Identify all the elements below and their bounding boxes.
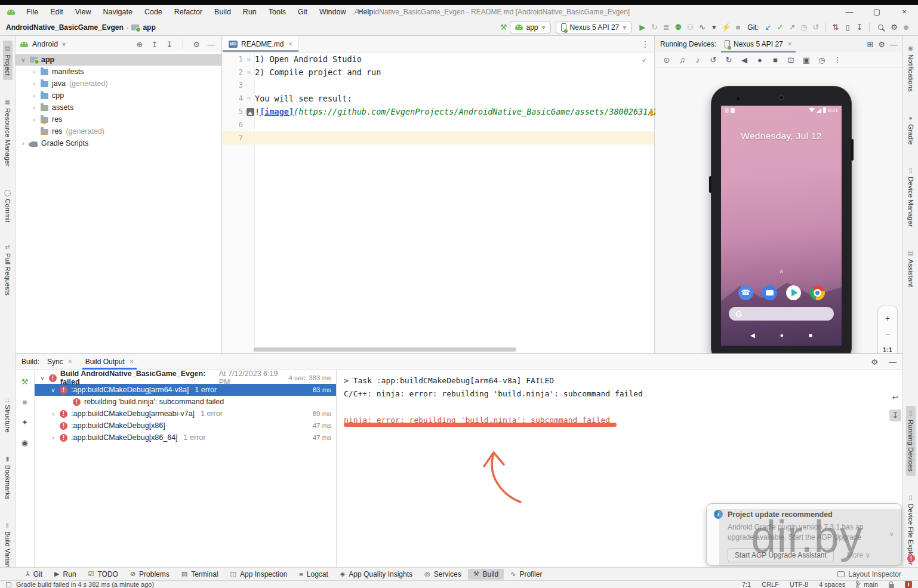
build-row-armeabi[interactable]: › ! :app:buildCMakeDebug[armeabi-v7a] 1 … [35,408,336,420]
close-tab-icon[interactable]: × [788,40,792,48]
menu-item[interactable]: Git [292,7,313,17]
git-push-icon[interactable]: ↗ [786,21,798,33]
power-icon[interactable]: ⊙ [660,56,673,64]
toolwindow-git[interactable]: ⅄ Git [20,569,48,580]
profile-low-overhead-icon[interactable]: ⚡ [720,21,732,33]
toolwindow-problems[interactable]: ⊘ Problems [125,569,175,580]
editor-body[interactable]: 1 ⊟ 1) Open Android Studio 2 ⊟ 2) Compil… [223,53,654,353]
play-store-app-icon[interactable] [786,285,801,300]
sidebar-item-gradle[interactable]: ● Gradle [906,110,916,149]
chevron-right-icon[interactable]: › [20,140,26,147]
error-notification-icon[interactable]: ! [907,555,915,562]
menu-item[interactable]: Build [209,7,236,17]
chevron-right-icon[interactable]: › [31,93,37,99]
pin-icon[interactable]: ✦ [19,417,31,429]
git-update-icon[interactable]: ↙ [762,21,774,33]
build-row-ninja-error[interactable]: ! rebuilding 'build.ninja': subcommand f… [35,396,336,408]
notification-more-link[interactable]: More ∨ [847,551,870,559]
build-hammer-icon[interactable]: ⚒ [498,21,510,33]
start-agp-upgrade-button[interactable]: Start AGP Upgrade Assistant [728,548,834,562]
minimize-window-button[interactable]: — [836,5,863,19]
stop-build-icon[interactable]: ■ [19,396,31,408]
tree-row-res-generated[interactable]: res (generated) [16,125,221,137]
menu-item[interactable]: View [70,7,97,17]
chevron-down-icon[interactable]: ∨ [50,387,56,393]
sidebar-item-resource-manager[interactable]: ▦ Resource Manager [3,94,13,171]
tree-row-res[interactable]: › res [16,113,221,125]
breadcrumb-project[interactable]: AndroidNative_BasicGame_Evgen [6,23,124,32]
chevron-right-icon[interactable]: › [50,411,56,417]
tab-nexus5[interactable]: Nexus 5 API 27 × [721,36,796,53]
chevron-right-icon[interactable]: › [31,104,37,111]
status-segment[interactable]: CRLF [762,581,779,588]
google-search-bar[interactable]: G [729,307,834,321]
tree-row-app[interactable]: ∨ app [16,54,221,66]
status-segment[interactable]: 7:1 [742,581,751,588]
tree-row-java[interactable]: › java (generated) [16,78,221,90]
git-rollback-icon[interactable]: ↺ [810,21,822,33]
project-view-selector[interactable]: Android [32,40,58,48]
search-everywhere-icon[interactable] [878,24,883,30]
volume-down-icon[interactable]: ♪ [691,56,704,64]
close-tab-icon[interactable]: × [130,358,134,366]
float-window-icon[interactable]: ⊞ [867,40,873,49]
debug-icon[interactable]: ⚉ [672,21,684,33]
sidebar-item-device-manager[interactable]: ▯ Device Manager [906,163,916,231]
profiler-icon[interactable]: ∿ [696,21,708,33]
rerun-icon[interactable]: ↻ [648,21,660,33]
chevron-right-icon[interactable]: › [50,435,56,441]
rerun-build-icon[interactable]: ⚒ [19,376,31,388]
notification-collapse-icon[interactable]: ∨ [889,530,894,538]
nav-back-icon[interactable]: ◀ [750,332,755,338]
more-icon[interactable]: ⋮ [831,56,844,64]
build-row-arm64[interactable]: ∨ ! :app:buildCMakeDebug[arm64-v8a] 1 er… [35,384,336,396]
zoom-reset-button[interactable]: 1:1 [883,346,892,353]
zoom-out-button[interactable]: − [885,330,890,339]
close-tab-icon[interactable]: × [288,40,292,48]
profiler-dropdown-icon[interactable]: ▾ [708,21,720,33]
overview-icon[interactable]: ■ [769,56,782,64]
emulator-screen[interactable]: 6:21 Wednesday, Jul 12 ∧ G ◀ ● ■ [721,106,842,346]
menu-item[interactable]: Run [238,7,262,17]
volume-up-icon[interactable]: ♫ [676,56,689,64]
device-manager-icon[interactable]: ▯ [842,21,854,33]
panel-settings-gear-icon[interactable]: ⚙ [191,40,202,49]
toolwindow-app-quality-insights[interactable]: ◈ App Quality Insights [335,569,418,580]
status-segment[interactable]: 4 spaces [819,581,845,588]
breadcrumb-module[interactable]: app [143,23,155,32]
filter-icon[interactable]: ◉ [19,437,31,449]
close-window-button[interactable]: × [891,5,918,19]
menu-item[interactable]: Navigate [98,7,138,17]
toolwindow-terminal[interactable]: ▤ Terminal [176,569,224,580]
locate-file-icon[interactable]: ⊕ [134,40,145,49]
toolwindow-app-inspection[interactable]: ◫ App Inspection [225,569,293,580]
sidebar-item-running-devices[interactable]: ▯ Running Devices [906,406,916,476]
target-device-select[interactable]: Nexus 5 API 27 ▾ [556,21,632,34]
horizontal-scrollbar[interactable] [254,347,516,352]
nav-home-icon[interactable]: ● [780,332,784,338]
status-checkbox-icon[interactable] [6,582,11,587]
git-branch-widget[interactable]: main [856,581,878,588]
tree-row-assets[interactable]: › assets [16,101,221,113]
git-history-icon[interactable]: ◷ [798,21,810,33]
avatar-icon[interactable]: ☻ [900,21,912,33]
soft-wrap-icon[interactable]: ↩ [889,392,901,404]
run-configuration-select[interactable]: app ▾ [510,21,551,34]
build-row-x86-64[interactable]: › ! :app:buildCMakeDebug[x86_64] 1 error… [35,432,336,444]
attach-debugger-icon[interactable]: ⚇ [684,21,696,33]
hide-panel-icon[interactable]: — [889,358,897,367]
git-commit-icon[interactable]: ✓ [774,21,786,33]
build-row-x86[interactable]: ! :app:buildCMakeDebug[x86] 47 ms [35,420,336,432]
sidebar-item-commit[interactable]: ◯ Commit [3,185,13,227]
panel-settings-gear-icon[interactable]: ⚙ [878,40,885,49]
collapse-all-icon[interactable]: ↧ [164,40,175,49]
stop-icon[interactable]: ■ [732,21,744,33]
maximize-window-button[interactable]: ▢ [863,5,891,19]
fold-marker-icon[interactable]: ⊟ [243,69,255,75]
tab-build-output[interactable]: Build Output × [80,354,139,370]
lock-icon[interactable] [889,584,894,588]
sidebar-item-assistant[interactable]: ▤ Assistant [906,245,916,291]
tree-row-cpp[interactable]: › cpp [16,90,221,101]
menu-item[interactable]: Refactor [169,7,208,17]
chevron-down-icon[interactable]: ∨ [20,57,26,63]
